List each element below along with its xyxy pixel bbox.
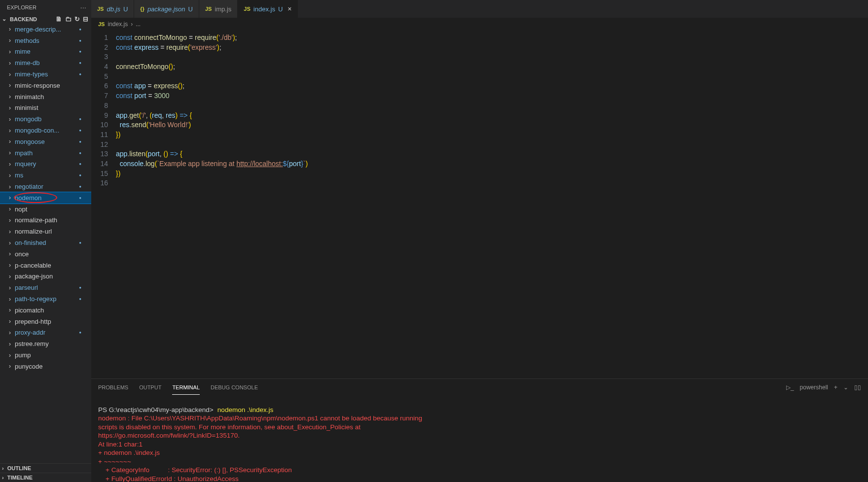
- code-editor[interactable]: 12345678910111213141516 const connectToM…: [91, 31, 868, 379]
- folder-mimic-response[interactable]: ›mimic-response: [0, 80, 91, 91]
- file-tree[interactable]: ›merge-descrip...›methods›mime›mime-db›m…: [0, 24, 91, 463]
- folder-merge-descrip-[interactable]: ›merge-descrip...: [0, 24, 91, 35]
- tab-package-json[interactable]: {}package.json U: [134, 0, 199, 18]
- terminal-add-icon[interactable]: +: [834, 384, 837, 391]
- folder-label: mime: [15, 48, 31, 55]
- folder-minimatch[interactable]: ›minimatch: [0, 91, 91, 103]
- chevron-right-icon: ›: [9, 37, 11, 44]
- tab-imp-js[interactable]: JSimp.js: [199, 0, 238, 18]
- chevron-right-icon: ›: [9, 307, 11, 313]
- folder-mime[interactable]: ›mime: [0, 46, 91, 58]
- folder-once[interactable]: ›once: [0, 248, 91, 260]
- folder-p-cancelable[interactable]: ›p-cancelable: [0, 260, 91, 271]
- folder-methods[interactable]: ›methods: [0, 35, 91, 46]
- tab-terminal[interactable]: TERMINAL: [172, 380, 200, 395]
- terminal-error-line: scripts is disabled on this system. For …: [98, 423, 361, 431]
- folder-punycode[interactable]: ›punycode: [0, 361, 91, 372]
- js-file-icon: JS: [244, 6, 250, 12]
- tab-label: db.js: [107, 5, 120, 13]
- folder-label: prepend-http: [15, 318, 51, 325]
- folder-nodemon[interactable]: ›nodemon: [0, 192, 91, 204]
- folder-label: mime-types: [15, 70, 48, 78]
- explorer-title: EXPLORER: [7, 4, 36, 10]
- chevron-right-icon: ›: [9, 217, 11, 224]
- folder-normalize-path[interactable]: ›normalize-path: [0, 215, 91, 226]
- chevron-right-icon: ›: [9, 93, 11, 100]
- folder-picomatch[interactable]: ›picomatch: [0, 305, 91, 316]
- tab-problems[interactable]: PROBLEMS: [98, 380, 128, 395]
- chevron-right-icon: ›: [9, 284, 11, 291]
- folder-mquery[interactable]: ›mquery: [0, 159, 91, 170]
- chevron-right-icon: ›: [9, 250, 11, 257]
- chevron-right-icon: ›: [2, 475, 4, 481]
- folder-negotiator[interactable]: ›negotiator: [0, 181, 91, 192]
- terminal-split-icon[interactable]: ▯▯: [854, 384, 861, 391]
- folder-pump[interactable]: ›pump: [0, 349, 91, 361]
- close-icon[interactable]: ×: [288, 5, 291, 13]
- chevron-right-icon: ›: [9, 116, 11, 123]
- tab-debug[interactable]: DEBUG CONSOLE: [211, 380, 258, 395]
- chevron-right-icon: ›: [9, 363, 11, 370]
- tab-status: U: [278, 5, 283, 13]
- folder-label: punycode: [15, 363, 42, 370]
- folder-mime-types[interactable]: ›mime-types: [0, 69, 91, 80]
- terminal-split-dropdown-icon[interactable]: ⌄: [843, 384, 848, 391]
- folder-label: merge-descrip...: [15, 26, 61, 33]
- terminal-error-line: + nodemon .\index.js: [98, 449, 160, 456]
- folder-label: methods: [15, 37, 39, 44]
- folder-mongodb-con-[interactable]: ›mongodb-con...: [0, 125, 91, 136]
- chevron-right-icon: ›: [9, 161, 11, 168]
- terminal-prompt: PS G:\reactjs\cwh04\my-app\backend>: [98, 406, 214, 413]
- folder-pstree-remy[interactable]: ›pstree.remy: [0, 338, 91, 349]
- chevron-right-icon: ›: [2, 465, 4, 471]
- folder-mongodb[interactable]: ›mongodb: [0, 113, 91, 125]
- folder-normalize-url[interactable]: ›normalize-url: [0, 226, 91, 237]
- tab-index-js[interactable]: JSindex.js U×: [238, 0, 298, 18]
- folder-path-to-regexp[interactable]: ›path-to-regexp: [0, 293, 91, 305]
- folder-prepend-http[interactable]: ›prepend-http: [0, 316, 91, 327]
- explorer-root[interactable]: ⌄ BACKEND 🗎 🗀 ↻ ⊟: [0, 14, 91, 24]
- chevron-down-icon: ⌄: [2, 16, 6, 22]
- chevron-right-icon: ›: [9, 318, 11, 325]
- terminal-error-line: nodemon : File C:\Users\YASHRITH\AppData…: [98, 414, 422, 422]
- folder-package-json[interactable]: ›package-json: [0, 271, 91, 282]
- root-folder-label: BACKEND: [10, 16, 37, 22]
- folder-nopt[interactable]: ›nopt: [0, 204, 91, 215]
- terminal-content[interactable]: PS G:\reactjs\cwh04\my-app\backend> node…: [91, 396, 868, 482]
- terminal-error-line: + FullyQualifiedErrorId : UnauthorizedAc…: [98, 475, 239, 482]
- folder-label: nopt: [15, 206, 27, 213]
- folder-parseurl[interactable]: ›parseurl: [0, 282, 91, 293]
- collapse-icon[interactable]: ⊟: [83, 15, 88, 23]
- folder-mongoose[interactable]: ›mongoose: [0, 136, 91, 147]
- chevron-right-icon: ›: [9, 262, 11, 269]
- folder-on-finished[interactable]: ›on-finished: [0, 237, 91, 248]
- explorer-header: EXPLORER ···: [0, 0, 91, 14]
- folder-ms[interactable]: ›ms: [0, 170, 91, 181]
- folder-label: path-to-regexp: [15, 295, 57, 303]
- tab-status: U: [188, 5, 193, 13]
- folder-proxy-addr[interactable]: ›proxy-addr: [0, 327, 91, 339]
- timeline-section[interactable]: › TIMELINE: [0, 473, 91, 482]
- terminal-shell-label[interactable]: powershell: [800, 384, 828, 391]
- chevron-right-icon: ›: [9, 138, 11, 145]
- explorer-sidebar: EXPLORER ··· ⌄ BACKEND 🗎 🗀 ↻ ⊟ ›merge-de…: [0, 0, 91, 482]
- folder-minimist[interactable]: ›minimist: [0, 103, 91, 114]
- folder-label: mpath: [15, 149, 33, 157]
- refresh-icon[interactable]: ↻: [74, 15, 80, 23]
- folder-label: mongoose: [15, 138, 45, 145]
- code-content[interactable]: const connectToMongo = require('./db');c…: [116, 31, 308, 379]
- breadcrumb[interactable]: JS index.js › ...: [91, 18, 868, 31]
- outline-section[interactable]: › OUTLINE: [0, 463, 91, 473]
- new-file-icon[interactable]: 🗎: [56, 15, 62, 23]
- new-folder-icon[interactable]: 🗀: [65, 15, 72, 23]
- folder-label: on-finished: [15, 239, 46, 246]
- folder-mpath[interactable]: ›mpath: [0, 147, 91, 159]
- terminal-error-line: https://go.microsoft.com/fwlink/?LinkID=…: [98, 432, 240, 439]
- folder-label: pstree.remy: [15, 340, 49, 347]
- folder-label: mimic-response: [15, 82, 60, 89]
- tab-output[interactable]: OUTPUT: [139, 380, 161, 395]
- explorer-more-icon[interactable]: ···: [80, 3, 86, 11]
- json-file-icon: {}: [140, 6, 145, 12]
- tab-db-js[interactable]: JSdb.js U: [91, 0, 134, 18]
- folder-mime-db[interactable]: ›mime-db: [0, 57, 91, 69]
